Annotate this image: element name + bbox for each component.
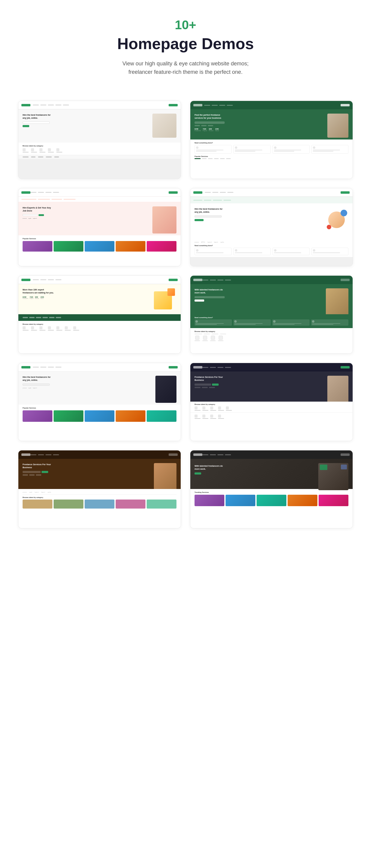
demo1-categories: Browse talent by category (19, 143, 181, 155)
demo4-logo (193, 191, 202, 194)
demo8-header (190, 363, 352, 371)
demo10-hero-text: With talented freelancers do more work. (195, 463, 228, 474)
demo2-nav (204, 105, 339, 106)
demo6-nav (202, 280, 341, 280)
demo2-hero-image (327, 114, 348, 138)
demo5-illustration (149, 288, 176, 312)
demo-card-5[interactable]: More than 10K expert freelancers are wai… (18, 275, 181, 354)
demo-card-8[interactable]: Freelance Services For Your Business Bro (190, 363, 353, 441)
demo2-hero: Find the perfect freelance services for … (190, 110, 352, 140)
demo4-hero-text: Hire the best freelancers for any job, o… (195, 208, 225, 221)
demo7-hero: Hire the best freelancers for any job, o… (19, 371, 181, 405)
demo7-nav (33, 367, 166, 368)
demo-card-6[interactable]: With talented freelancers do more work. … (190, 275, 353, 354)
demo8-nav (202, 367, 341, 368)
demo8-logo (193, 366, 202, 369)
demo4-illustration (324, 208, 348, 232)
demo1-logo (22, 104, 30, 106)
demo5-categories: Browse talent by category (19, 321, 181, 353)
demo3-hero: Hire Experts & Get Your Any Job Done ama… (19, 202, 181, 235)
demo2-cta (341, 104, 349, 106)
demo-card-10[interactable]: With talented freelancers do more work. … (190, 450, 353, 528)
demo8-hero-text: Freelance Services For Your Business (195, 376, 225, 388)
demo-card-4[interactable]: Hire the best freelancers for any job, o… (190, 188, 353, 266)
demo10-trending: Trending Services (190, 489, 352, 528)
demo-card-9[interactable]: Freelance Services For Your Business ama (18, 450, 181, 528)
demo4-nav (205, 192, 338, 193)
demo3-nav (30, 192, 169, 193)
demo8-hero-image (327, 376, 348, 403)
demo5-nav (33, 279, 166, 280)
demo-card-2[interactable]: Find the perfect freelance services for … (190, 101, 353, 179)
demo6-hero: With talented freelancers do more work. (190, 284, 352, 314)
demo6-browse: Browse talent by category (190, 328, 352, 353)
demo3-hero-text: Hire Experts & Get Your Any Job Done ama… (23, 206, 53, 219)
demo9-white: amazon apple logitech bigtech spotify Br… (19, 489, 181, 528)
demo1-hero: Hire the best freelancers for any job, o… (19, 110, 181, 143)
demo-card-3[interactable]: Hire Experts & Get Your Any Job Done ama… (18, 188, 181, 266)
demo5-logo (22, 279, 30, 281)
demo10-hero-image (318, 463, 348, 490)
demo1-logos (19, 155, 181, 159)
demo7-hero-image (156, 376, 176, 403)
demo6-hero-image (326, 288, 348, 315)
demo7-hero-text: Hire the best freelancers for any job, o… (23, 376, 53, 389)
demo7-logo (22, 366, 30, 369)
demo2-white-section: Need something done? (190, 140, 352, 179)
demo6-hero-text: With talented freelancers do more work. (195, 288, 228, 302)
demo2-logo (193, 104, 202, 106)
page-description: View our high quality & eye catching web… (113, 59, 258, 77)
demo2-hero-text: Find the perfect freelance services for … (195, 114, 228, 131)
demo9-hero-image (154, 463, 176, 490)
demo9-nav (30, 454, 169, 455)
demo9-logo (22, 454, 30, 456)
demo6-logo (193, 279, 202, 281)
demo-card-1[interactable]: Hire the best freelancers for any job, o… (18, 101, 181, 179)
demo6-need-section: Need something done? (190, 314, 352, 328)
demo2-header (190, 101, 352, 110)
demo7-popular: Popular Services (19, 405, 181, 441)
demo1-cta (169, 104, 178, 106)
demo5-dark-bar (19, 314, 181, 321)
demo9-hero-text: Freelance Services For Your Business (23, 463, 56, 476)
demo9-header (19, 451, 181, 459)
demo5-header (19, 276, 181, 284)
demo1-hero-text: Hire the best freelancers for any job, o… (23, 114, 53, 127)
page-header: 10+ Homepage Demos View our high quality… (0, 0, 371, 89)
demo4-hero: Hire the best freelancers for any job, o… (190, 204, 352, 240)
demo9-hero: Freelance Services For Your Business (19, 459, 181, 489)
demo8-hero: Freelance Services For Your Business (190, 371, 352, 402)
demo8-white: Browse talent by category (190, 402, 352, 441)
demo10-nav (202, 454, 341, 455)
demo3-hero-image (153, 206, 176, 234)
demos-grid: Hire the best freelancers for any job, o… (0, 89, 371, 547)
demo10-hero: With talented freelancers do more work. (190, 459, 352, 489)
demo5-hero-text: More than 10K expert freelancers are wai… (23, 288, 56, 299)
demo1-nav (33, 104, 166, 105)
demo7-header (19, 363, 181, 371)
demo1-hero-image (153, 114, 176, 138)
demo5-brand-logos (23, 317, 61, 318)
demo4-subnav (190, 197, 352, 204)
demo3-header (19, 188, 181, 197)
demo-count: 10+ (6, 18, 365, 32)
demo4-brands: amazon APPLE logitech bigtech spotify Ne… (190, 240, 352, 257)
demo3-popular: Popular Services (19, 235, 181, 266)
demo-card-7[interactable]: Hire the best freelancers for any job, o… (18, 363, 181, 441)
page-title: Homepage Demos (6, 34, 365, 53)
demo10-header (190, 451, 352, 459)
demo3-logo (22, 191, 30, 194)
demo1-header (19, 101, 181, 110)
demo4-header (190, 188, 352, 197)
demo6-header (190, 276, 352, 284)
demo10-logo (193, 454, 202, 456)
demo5-hero: More than 10K expert freelancers are wai… (19, 284, 181, 314)
